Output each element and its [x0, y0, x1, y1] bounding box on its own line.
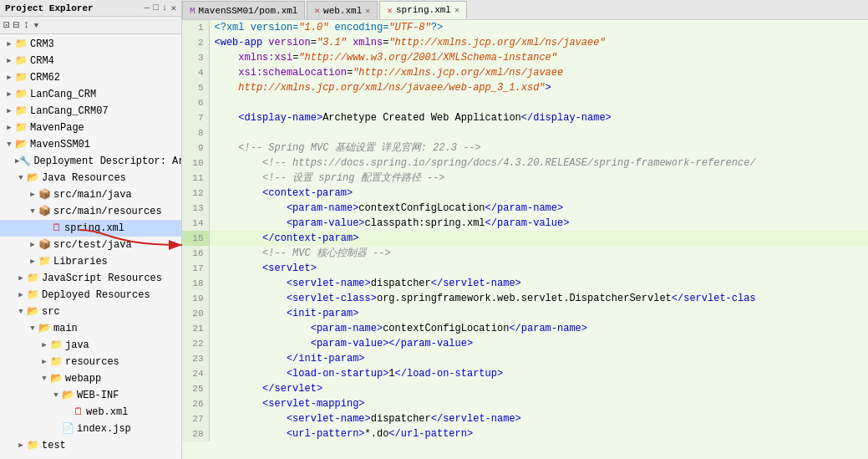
code-content-7[interactable]: <display-name>Archetype Created Web Appl… [209, 110, 868, 125]
code-content-21[interactable]: <param-name>contextConfigLocation</param… [209, 321, 868, 336]
toolbar-icon-3[interactable]: ↕ [23, 18, 30, 32]
code-content-19[interactable]: <servlet-class>org.springframework.web.s… [209, 291, 868, 306]
label-crm4: CRM4 [30, 54, 54, 69]
code-content-20[interactable]: <init-param> [209, 306, 868, 321]
tree-item-resources[interactable]: ▶ 📁 resources [0, 354, 181, 370]
code-content-22[interactable]: <param-value></param-value> [209, 336, 868, 351]
label-java: java [65, 338, 89, 353]
tree-item-deployment[interactable]: ▶ 🔧 Deployment Descriptor: Arch [0, 153, 181, 170]
tree-item-mavenpage[interactable]: ▶ 📁 MavenPage [0, 120, 181, 136]
code-content-9[interactable]: <!-- Spring MVC 基础设置 详见官网: 22.3 --> [209, 140, 868, 156]
code-content-4[interactable]: xsi:schemaLocation="http://xmlns.jcp.org… [209, 65, 868, 80]
code-content-28[interactable]: <url-pattern>*.do</url-pattern> [209, 426, 868, 441]
close-panel-icon[interactable]: ✕ [170, 3, 176, 13]
toggle-index-jsp [50, 421, 62, 436]
code-line-15: 15 </context-param> [182, 231, 868, 246]
pin-icon[interactable]: ↓ [162, 3, 168, 13]
tree-item-crm3[interactable]: ▶ 📁 CRM3 [0, 36, 181, 53]
toggle-crm4[interactable]: ▶ [3, 54, 15, 69]
code-content-14[interactable]: <param-value>classpath:spring.xml</param… [209, 216, 868, 231]
toggle-test[interactable]: ▶ [15, 438, 27, 453]
tab-web-xml[interactable]: ✕ web.xml ✕ [307, 1, 378, 19]
tree-item-crm62[interactable]: ▶ 📁 CRM62 [0, 69, 181, 86]
toggle-lancang-crm[interactable]: ▶ [3, 87, 15, 102]
toggle-mavenssm01[interactable]: ▼ [3, 137, 15, 152]
code-content-13[interactable]: <param-name>contextConfigLocation</param… [209, 201, 868, 216]
code-content-10[interactable]: <!-- https://docs.spring.io/spring/docs/… [209, 156, 868, 171]
toggle-mavenpage[interactable]: ▶ [3, 120, 15, 135]
minimize-icon[interactable]: — [145, 3, 150, 13]
toolbar-icon-4[interactable]: ▾ [33, 18, 39, 32]
code-content-16[interactable]: <!-- MVC 核心控制器 --> [209, 246, 868, 261]
code-content-2[interactable]: <web-app version="3.1" xmlns="http://xml… [209, 35, 868, 50]
code-content-27[interactable]: <servlet-name>dispatcher</servlet-name> [209, 411, 868, 426]
code-content-25[interactable]: </servlet> [209, 381, 868, 396]
tree-item-web-xml[interactable]: 🗒 web.xml [0, 404, 181, 421]
tree-item-crm4[interactable]: ▶ 📁 CRM4 [0, 53, 181, 69]
folder-icon-webapp: 📂 [50, 371, 63, 386]
code-line-4: 4 xsi:schemaLocation="http://xmlns.jcp.o… [182, 65, 868, 80]
folder-icon-js-resources: 📁 [27, 271, 39, 286]
code-editor[interactable]: 1 <?xml version="1.0" encoding="UTF-8"?>… [182, 20, 868, 459]
toggle-src-main-resources[interactable]: ▼ [27, 204, 38, 219]
code-content-8 [209, 125, 868, 140]
tree-item-lancang-crm07[interactable]: ▶ 📁 LanCang_CRM07 [0, 103, 181, 120]
toggle-src-main-java[interactable]: ▶ [27, 187, 38, 202]
toolbar-icon-1[interactable]: ⊡ [3, 18, 10, 32]
tree-item-deployed-resources[interactable]: ▶ 📁 Deployed Resources [0, 287, 181, 303]
code-content-24[interactable]: <load-on-startup>1</load-on-startup> [209, 366, 868, 381]
tree-item-libraries[interactable]: ▶ 📁 Libraries [0, 253, 181, 270]
toggle-deployed-resources[interactable]: ▶ [15, 288, 27, 303]
code-content-11[interactable]: <!-- 设置 spring 配置文件路径 --> [209, 171, 868, 186]
tab-spring-xml[interactable]: ✕ spring.xml ✕ [379, 1, 467, 19]
code-content-15[interactable]: </context-param> [209, 231, 868, 246]
code-content-5[interactable]: http://xmlns.jcp.org/xml/ns/javaee/web-a… [209, 80, 868, 95]
srcfolder-icon-test-java: 📦 [38, 237, 51, 252]
toggle-webapp[interactable]: ▼ [38, 371, 50, 386]
toggle-js-resources[interactable]: ▶ [15, 271, 27, 286]
toggle-crm3[interactable]: ▶ [3, 37, 15, 52]
tree-item-java[interactable]: ▶ 📁 java [0, 337, 181, 354]
toggle-resources[interactable]: ▶ [38, 354, 50, 370]
toggle-src-test-java[interactable]: ▶ [27, 237, 38, 252]
toggle-crm62[interactable]: ▶ [3, 70, 15, 85]
toggle-libraries[interactable]: ▶ [27, 254, 38, 269]
tree-item-webinf[interactable]: ▼ 📂 WEB-INF [0, 387, 181, 404]
maximize-icon[interactable]: □ [153, 3, 159, 13]
toolbar-icon-2[interactable]: ⊟ [13, 18, 20, 32]
tree-item-lancang-crm[interactable]: ▶ 📁 LanCang_CRM [0, 86, 181, 103]
tree-item-index-jsp[interactable]: 📄 index.jsp [0, 421, 181, 437]
tree-item-webapp[interactable]: ▼ 📂 webapp [0, 370, 181, 387]
toggle-webinf[interactable]: ▼ [50, 388, 62, 403]
tree-item-java-resources[interactable]: ▼ 📂 Java Resources [0, 170, 181, 186]
close-spring-xml-button[interactable]: ✕ [454, 5, 459, 15]
close-web-xml-button[interactable]: ✕ [365, 6, 370, 16]
folder-icon-lancang-crm07: 📁 [15, 104, 28, 119]
tree-item-src[interactable]: ▼ 📂 src [0, 303, 181, 320]
tree-item-main[interactable]: ▼ 📂 main [0, 320, 181, 337]
toggle-java[interactable]: ▶ [38, 338, 50, 353]
toggle-src[interactable]: ▼ [15, 304, 27, 319]
tree-item-test[interactable]: ▶ 📁 test [0, 437, 181, 454]
code-content-3[interactable]: xmlns:xsi="http://www.w3.org/2001/XMLSch… [209, 50, 868, 65]
code-content-6 [209, 95, 868, 110]
tree-item-mavenssm01[interactable]: ▼ 📂 MavenSSM01 [0, 136, 181, 153]
tree-item-src-main-resources[interactable]: ▼ 📦 src/main/resources [0, 203, 181, 220]
code-content-23[interactable]: </init-param> [209, 351, 868, 366]
tree-item-js-resources[interactable]: ▶ 📁 JavaScript Resources [0, 270, 181, 287]
toggle-main[interactable]: ▼ [27, 321, 38, 336]
toggle-lancang-crm07[interactable]: ▶ [3, 104, 15, 119]
folder-icon-test: 📁 [27, 438, 39, 453]
code-content-26[interactable]: <servlet-mapping> [209, 396, 868, 411]
tab-pom-xml[interactable]: M MavenSSM01/pom.xml [182, 1, 305, 19]
code-line-2: 2 <web-app version="3.1" xmlns="http://x… [182, 35, 868, 50]
code-content-1[interactable]: <?xml version="1.0" encoding="UTF-8"?> [209, 20, 868, 35]
code-content-18[interactable]: <servlet-name>dispatcher</servlet-name> [209, 276, 868, 291]
tree-item-src-test-java[interactable]: ▶ 📦 src/test/java [0, 237, 181, 253]
tree-item-spring-xml[interactable]: 🗒 spring.xml [0, 220, 181, 237]
line-num-11: 11 [182, 171, 209, 186]
code-content-12[interactable]: <context-param> [209, 186, 868, 201]
code-content-17[interactable]: <servlet> [209, 261, 868, 276]
tree-item-src-main-java[interactable]: ▶ 📦 src/main/java [0, 186, 181, 203]
toggle-java-resources[interactable]: ▼ [15, 171, 27, 186]
